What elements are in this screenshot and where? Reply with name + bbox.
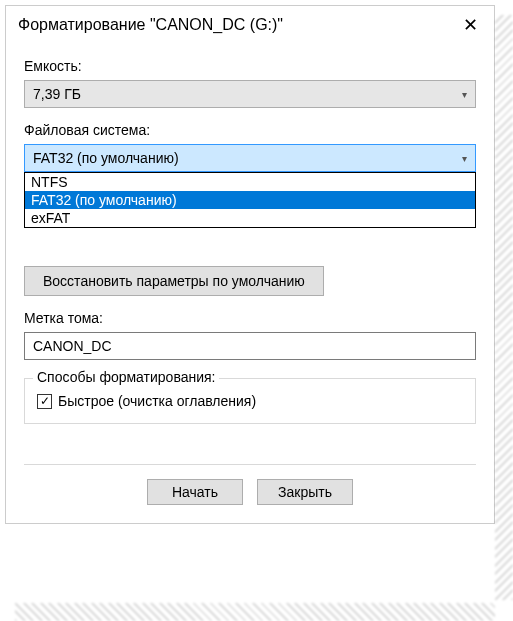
filesystem-option-ntfs[interactable]: NTFS — [25, 173, 475, 191]
capacity-label: Емкость: — [24, 58, 476, 74]
quick-format-checkbox[interactable]: ✓ — [37, 394, 52, 409]
filesystem-options-list: NTFS FAT32 (по умолчанию) exFAT — [24, 172, 476, 228]
filesystem-selected: FAT32 (по умолчанию) — [33, 150, 179, 166]
dialog-content: Емкость: 7,39 ГБ ▾ Файловая система: FAT… — [6, 44, 494, 523]
filesystem-option-exfat[interactable]: exFAT — [25, 209, 475, 227]
close-icon[interactable]: ✕ — [459, 14, 482, 36]
format-options-group: Способы форматирования: ✓ Быстрое (очист… — [24, 378, 476, 424]
start-button[interactable]: Начать — [147, 479, 243, 505]
dialog-footer: Начать Закрыть — [24, 465, 476, 523]
titlebar: Форматирование "CANON_DC (G:)" ✕ — [6, 6, 494, 44]
chevron-down-icon: ▾ — [462, 89, 467, 100]
window-title: Форматирование "CANON_DC (G:)" — [18, 16, 283, 34]
volume-label-caption: Метка тома: — [24, 310, 476, 326]
capacity-dropdown[interactable]: 7,39 ГБ ▾ — [24, 80, 476, 108]
quick-format-label: Быстрое (очистка оглавления) — [58, 393, 256, 409]
filesystem-label: Файловая система: — [24, 122, 476, 138]
torn-edge-right — [495, 15, 513, 600]
format-options-legend: Способы форматирования: — [33, 369, 219, 385]
close-button[interactable]: Закрыть — [257, 479, 353, 505]
torn-edge-bottom — [15, 603, 495, 621]
restore-defaults-button[interactable]: Восстановить параметры по умолчанию — [24, 266, 324, 296]
filesystem-option-fat32[interactable]: FAT32 (по умолчанию) — [25, 191, 475, 209]
filesystem-dropdown[interactable]: FAT32 (по умолчанию) ▾ — [24, 144, 476, 172]
quick-format-row[interactable]: ✓ Быстрое (очистка оглавления) — [37, 393, 463, 409]
capacity-value: 7,39 ГБ — [33, 86, 81, 102]
chevron-down-icon: ▾ — [462, 153, 467, 164]
format-dialog: Форматирование "CANON_DC (G:)" ✕ Емкость… — [5, 5, 495, 524]
volume-label-input[interactable] — [24, 332, 476, 360]
